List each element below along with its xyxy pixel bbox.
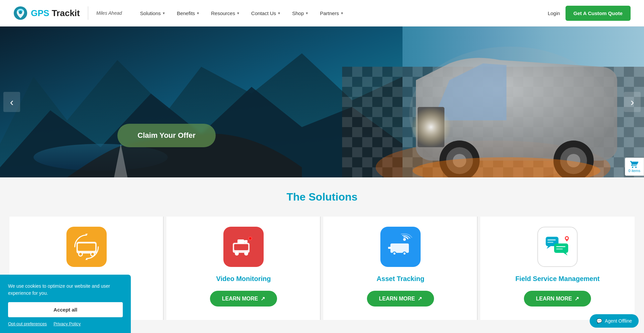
privacy-policy-link[interactable]: Privacy Policy [54,321,81,326]
logo-area: GPS Trackit Miles Ahead [13,6,122,20]
svg-point-37 [403,238,406,241]
nav-benefits[interactable]: Benefits ▼ [172,8,204,19]
svg-point-35 [249,237,251,239]
svg-rect-46 [547,242,553,243]
solution-field-service: Field Service Management LEARN MORE ↗ [480,217,635,320]
chevron-down-icon: ▼ [196,11,200,15]
fleet-management-icon [73,233,100,260]
header: GPS Trackit Miles Ahead Solutions ▼ Bene… [0,0,644,26]
svg-point-27 [91,253,94,256]
arrow-right-icon: ↗ [418,295,422,302]
logo-text: GPS Trackit [31,8,80,18]
hero-prev-button[interactable]: ‹ [3,92,20,112]
svg-point-1 [19,11,22,14]
asset-tracking-label: Asset Tracking [377,275,424,283]
agent-status-label: Agent Offline [605,318,632,324]
chevron-down-icon: ▼ [305,11,309,15]
get-custom-quote-button[interactable]: Get A Custom Quote [566,6,631,21]
cookie-links: Opt-out preferences Privacy Policy [8,321,123,326]
svg-point-32 [235,252,239,256]
svg-point-39 [393,253,395,255]
arrow-right-icon: ↗ [261,295,265,302]
chevron-down-icon: ▼ [236,11,240,15]
svg-rect-29 [234,244,248,250]
solution-video-monitoring: Video Monitoring LEARN MORE ↗ [166,217,321,320]
solutions-title: The Solutions [0,191,644,203]
video-monitoring-icon [230,233,257,260]
hero-next-button[interactable]: › [624,92,641,112]
cookie-banner: We use cookies to optimize our website a… [0,275,131,333]
svg-point-14 [411,107,451,147]
asset-tracking-icon-wrap [380,227,421,267]
logo-divider [88,6,88,20]
svg-point-33 [244,252,248,256]
hero-van-svg [366,26,644,177]
svg-rect-45 [547,239,556,240]
video-monitoring-icon-wrap [223,227,264,267]
nav-partners[interactable]: Partners ▼ [315,8,348,19]
field-service-icon [544,233,571,260]
chat-icon: 💬 [596,318,602,324]
nav-resources[interactable]: Resources ▼ [206,8,245,19]
cart-icon [630,161,638,169]
svg-rect-23 [78,243,95,251]
claim-offer-button[interactable]: Claim Your Offer [117,124,216,147]
cookie-message: We use cookies to optimize our website a… [8,283,123,297]
hero-section: Claim Your Offer ‹ › [0,26,644,177]
svg-point-41 [404,253,406,255]
svg-point-49 [566,237,568,239]
agent-chat-widget[interactable]: 💬 Agent Offline [590,314,639,328]
tagline: Miles Ahead [96,10,122,16]
nav-right: Login Get A Custom Quote [548,6,631,21]
chevron-down-icon: ▼ [340,11,344,15]
chevron-down-icon: ▼ [277,11,281,15]
svg-rect-44 [554,243,568,253]
asset-tracking-learn-more[interactable]: LEARN MORE ↗ [367,291,434,307]
main-nav: Solutions ▼ Benefits ▼ Resources ▼ Conta… [136,8,548,19]
nav-shop[interactable]: Shop ▼ [287,8,313,19]
asset-tracking-icon [387,233,414,260]
login-link[interactable]: Login [548,10,560,16]
field-service-learn-more[interactable]: LEARN MORE ↗ [524,291,591,307]
video-monitoring-label: Video Monitoring [216,275,271,283]
cart-count: 0 items [629,169,640,173]
field-service-icon-wrap [537,227,578,267]
cookie-accept-button[interactable]: Accept all [8,302,123,317]
nav-contact-us[interactable]: Contact Us ▼ [247,8,285,19]
svg-rect-42 [388,247,391,249]
video-monitoring-learn-more[interactable]: LEARN MORE ↗ [210,291,277,307]
opt-out-preferences-link[interactable]: Opt-out preferences [8,321,47,326]
svg-rect-47 [556,246,566,247]
logo-icon [13,6,28,20]
fleet-management-icon-wrap [66,227,107,267]
cart-widget[interactable]: 0 items [625,158,644,176]
svg-rect-31 [244,240,248,243]
svg-point-25 [79,253,82,256]
svg-rect-30 [237,239,244,243]
field-service-label: Field Service Management [515,275,599,283]
arrow-right-icon: ↗ [575,295,579,302]
hero-content: Claim Your Offer [117,124,216,147]
svg-rect-36 [390,243,409,253]
solution-asset-tracking: Asset Tracking LEARN MORE ↗ [323,217,478,320]
svg-rect-48 [556,248,563,249]
nav-solutions[interactable]: Solutions ▼ [136,8,170,19]
chevron-down-icon: ▼ [162,11,165,15]
